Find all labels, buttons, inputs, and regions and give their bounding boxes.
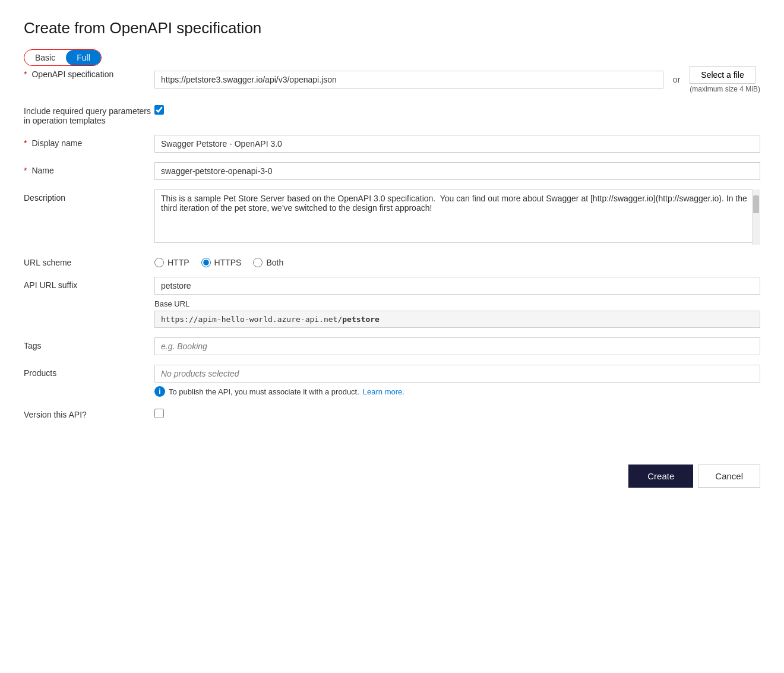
api-url-suffix-input[interactable] bbox=[154, 277, 760, 295]
display-name-control bbox=[154, 135, 760, 153]
openapi-spec-input[interactable] bbox=[154, 71, 663, 89]
tags-row: Tags bbox=[24, 337, 760, 355]
url-scheme-control: HTTP HTTPS Both bbox=[154, 254, 760, 267]
radio-http-input[interactable] bbox=[154, 258, 164, 267]
select-file-button[interactable]: Select a file bbox=[690, 66, 755, 84]
base-url-box: https://apim-hello-world.azure-api.net/p… bbox=[154, 311, 760, 328]
info-icon: i bbox=[154, 386, 165, 397]
radio-https[interactable]: HTTPS bbox=[201, 258, 242, 267]
include-query-params-label: Include required query parameters in ope… bbox=[24, 103, 154, 125]
radio-both[interactable]: Both bbox=[253, 258, 283, 267]
or-text: or bbox=[673, 75, 680, 84]
radio-http[interactable]: HTTP bbox=[154, 258, 189, 267]
description-control: This is a sample Pet Store Server based … bbox=[154, 189, 760, 245]
base-url-suffix: petstore bbox=[342, 315, 380, 324]
name-control bbox=[154, 162, 760, 180]
api-url-suffix-row: API URL suffix Base URL https://apim-hel… bbox=[24, 277, 760, 328]
version-api-control bbox=[154, 406, 760, 418]
products-row: Products i To publish the API, you must … bbox=[24, 365, 760, 397]
radio-both-input[interactable] bbox=[253, 258, 263, 267]
openapi-spec-row: * OpenAPI specification or Select a file… bbox=[24, 66, 760, 93]
footer-buttons: Create Cancel bbox=[24, 465, 760, 488]
display-name-label: * Display name bbox=[24, 135, 154, 148]
base-url-section: Base URL https://apim-hello-world.azure-… bbox=[154, 299, 760, 328]
openapi-spec-control: or Select a file (maximum size 4 MiB) bbox=[154, 66, 760, 93]
create-button[interactable]: Create bbox=[628, 465, 693, 488]
required-star-3: * bbox=[24, 166, 27, 175]
tags-input[interactable] bbox=[154, 337, 760, 355]
display-name-input[interactable] bbox=[154, 135, 760, 153]
radio-both-label: Both bbox=[266, 258, 283, 267]
base-url-label: Base URL bbox=[154, 299, 760, 308]
version-checkbox-row bbox=[154, 406, 760, 418]
select-file-group: Select a file (maximum size 4 MiB) bbox=[690, 66, 760, 93]
page-title: Create from OpenAPI specification bbox=[24, 19, 760, 37]
products-input[interactable] bbox=[154, 365, 760, 383]
description-textarea[interactable]: This is a sample Pet Store Server based … bbox=[154, 189, 760, 243]
tags-control bbox=[154, 337, 760, 355]
required-star-2: * bbox=[24, 138, 27, 148]
include-query-params-row: Include required query parameters in ope… bbox=[24, 103, 760, 125]
description-textarea-wrapper: This is a sample Pet Store Server based … bbox=[154, 189, 760, 245]
tab-group: Basic Full bbox=[24, 49, 102, 66]
products-control: i To publish the API, you must associate… bbox=[154, 365, 760, 397]
display-name-row: * Display name bbox=[24, 135, 760, 153]
version-api-label: Version this API? bbox=[24, 406, 154, 419]
radio-http-label: HTTP bbox=[167, 258, 189, 267]
radio-https-input[interactable] bbox=[201, 258, 211, 267]
radio-https-label: HTTPS bbox=[214, 258, 242, 267]
description-row: Description This is a sample Pet Store S… bbox=[24, 189, 760, 245]
tags-label: Tags bbox=[24, 337, 154, 350]
scrollbar-thumb bbox=[753, 195, 759, 213]
version-api-checkbox[interactable] bbox=[154, 409, 164, 418]
max-size-text: (maximum size 4 MiB) bbox=[690, 85, 760, 93]
publish-info-text: To publish the API, you must associate i… bbox=[169, 387, 359, 396]
api-url-suffix-label: API URL suffix bbox=[24, 277, 154, 290]
scrollbar bbox=[752, 189, 760, 245]
cancel-button[interactable]: Cancel bbox=[698, 465, 760, 488]
name-input[interactable] bbox=[154, 162, 760, 180]
url-scheme-radio-group: HTTP HTTPS Both bbox=[154, 254, 760, 267]
url-scheme-label: URL scheme bbox=[24, 254, 154, 267]
url-scheme-row: URL scheme HTTP HTTPS Both bbox=[24, 254, 760, 267]
include-query-params-control bbox=[154, 103, 760, 115]
openapi-spec-label: * OpenAPI specification bbox=[24, 66, 154, 79]
description-label: Description bbox=[24, 189, 154, 203]
base-url-prefix: https://apim-hello-world.azure-api.net/ bbox=[161, 315, 342, 324]
learn-more-link[interactable]: Learn more. bbox=[363, 387, 404, 396]
name-row: * Name bbox=[24, 162, 760, 180]
tab-basic[interactable]: Basic bbox=[24, 50, 66, 65]
publish-info-row: i To publish the API, you must associate… bbox=[154, 386, 760, 397]
required-star: * bbox=[24, 69, 27, 79]
version-api-row: Version this API? bbox=[24, 406, 760, 419]
name-label: * Name bbox=[24, 162, 154, 175]
api-url-suffix-control: Base URL https://apim-hello-world.azure-… bbox=[154, 277, 760, 328]
products-label: Products bbox=[24, 365, 154, 378]
tab-full[interactable]: Full bbox=[66, 50, 101, 65]
include-query-params-checkbox[interactable] bbox=[154, 105, 164, 115]
openapi-input-group: or Select a file (maximum size 4 MiB) bbox=[154, 66, 760, 93]
create-form: * OpenAPI specification or Select a file… bbox=[24, 66, 760, 429]
include-query-params-checkbox-wrapper bbox=[154, 103, 760, 115]
